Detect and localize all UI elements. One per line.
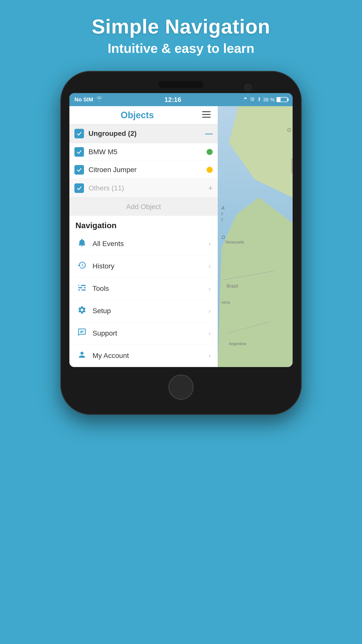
bmw-status-dot (207, 149, 213, 155)
nav-item-all-events[interactable]: All Events › (74, 233, 213, 255)
tools-chevron: › (208, 285, 211, 293)
my-account-label: My Account (93, 352, 203, 360)
plus-icon[interactable]: + (208, 184, 213, 192)
support-chevron: › (208, 330, 211, 337)
chat-icon (76, 328, 87, 339)
history-label: History (93, 262, 203, 270)
setup-chevron: › (208, 307, 211, 315)
carrier-label: No SIM (74, 96, 93, 103)
ungrouped-group-header[interactable]: Ungrouped (2) — (69, 124, 218, 143)
location-icon (243, 97, 248, 103)
svg-point-9 (80, 289, 82, 291)
map-label-brazil: Brazil (227, 284, 238, 289)
status-right: 36 % (243, 97, 288, 103)
tools-label: Tools (93, 285, 203, 293)
status-bar: No SIM 12:16 (69, 93, 293, 106)
citroen-label: Citroen Jumper (88, 166, 202, 174)
app-header: Objects (69, 106, 218, 124)
map-label-atlantic: Atl.O (221, 205, 225, 240)
phone-speaker (158, 81, 204, 88)
wifi-icon (96, 96, 103, 103)
support-label: Support (93, 329, 203, 337)
my-account-chevron: › (208, 352, 211, 360)
hamburger-menu-button[interactable] (200, 108, 213, 122)
svg-rect-2 (202, 114, 211, 115)
clock-icon (76, 261, 87, 272)
ungrouped-label: Ungrouped (2) (88, 130, 201, 138)
history-chevron: › (208, 262, 211, 270)
page-header: Simple Navigation Intuitive & easy to le… (92, 0, 270, 66)
gear-icon (76, 305, 87, 316)
nav-item-history[interactable]: History › (74, 255, 213, 277)
navigation-section: Navigation All Events › (69, 216, 218, 367)
map-label-olivia: olivia (221, 300, 230, 304)
screen-content: Objects (69, 106, 293, 367)
bmw-label: BMW M5 (88, 148, 202, 156)
status-left: No SIM (74, 96, 103, 103)
setup-label: Setup (93, 307, 203, 315)
svg-rect-5 (78, 287, 86, 289)
phone-shell: No SIM 12:16 (60, 71, 302, 415)
map-panel: G Atl.O Venezuela Brazil olivia Argentin… (218, 106, 293, 367)
status-time: 12:16 (164, 96, 181, 104)
phone-camera (244, 84, 251, 91)
citroen-checkbox[interactable] (74, 165, 84, 175)
sliders-icon (76, 283, 87, 294)
others-checkbox[interactable] (74, 183, 84, 193)
map-label-g: G (287, 127, 291, 133)
all-events-chevron: › (208, 240, 211, 248)
map-label-venezuela: Venezuela (225, 240, 244, 245)
citroen-item[interactable]: Citroen Jumper (69, 161, 218, 179)
svg-rect-11 (80, 332, 83, 333)
nav-item-support[interactable]: Support › (74, 322, 213, 345)
add-object-button[interactable]: Add Object (69, 198, 218, 216)
svg-rect-10 (80, 331, 84, 332)
nav-item-setup[interactable]: Setup › (74, 300, 213, 322)
bluetooth-icon (257, 97, 261, 103)
alarm-icon (250, 97, 255, 103)
left-panel: Objects (69, 106, 218, 367)
svg-rect-3 (202, 117, 211, 118)
battery-icon (277, 97, 288, 102)
ungrouped-checkbox[interactable] (74, 129, 84, 138)
svg-point-7 (79, 285, 81, 287)
person-icon (76, 350, 87, 361)
all-events-label: All Events (93, 240, 203, 248)
objects-section: Ungrouped (2) — BMW M5 (69, 124, 218, 216)
map-background: G Atl.O Venezuela Brazil olivia Argentin… (218, 106, 293, 367)
nav-item-tools[interactable]: Tools › (74, 277, 213, 300)
svg-rect-1 (202, 111, 211, 112)
collapse-icon[interactable]: — (205, 129, 213, 138)
phone-home-button[interactable] (168, 375, 194, 400)
app-header-title: Objects (74, 110, 200, 120)
map-label-argentina: Argentina (229, 342, 246, 346)
map-scrollbar[interactable] (291, 158, 293, 173)
others-label: Others (11) (88, 184, 204, 192)
bmw-item[interactable]: BMW M5 (69, 143, 218, 161)
svg-rect-6 (78, 290, 86, 291)
bell-icon (76, 238, 87, 249)
bmw-checkbox[interactable] (74, 147, 84, 157)
nav-item-my-account[interactable]: My Account › (74, 345, 213, 367)
citroen-status-dot (207, 167, 213, 173)
navigation-title: Navigation (74, 221, 213, 230)
phone-screen: No SIM 12:16 (69, 93, 293, 367)
page-subtitle: Intuitive & easy to learn (92, 41, 270, 56)
battery-percent: 36 % (263, 97, 275, 103)
svg-point-8 (82, 287, 84, 289)
page-title: Simple Navigation (92, 15, 270, 38)
others-group[interactable]: Others (11) + (69, 179, 218, 198)
